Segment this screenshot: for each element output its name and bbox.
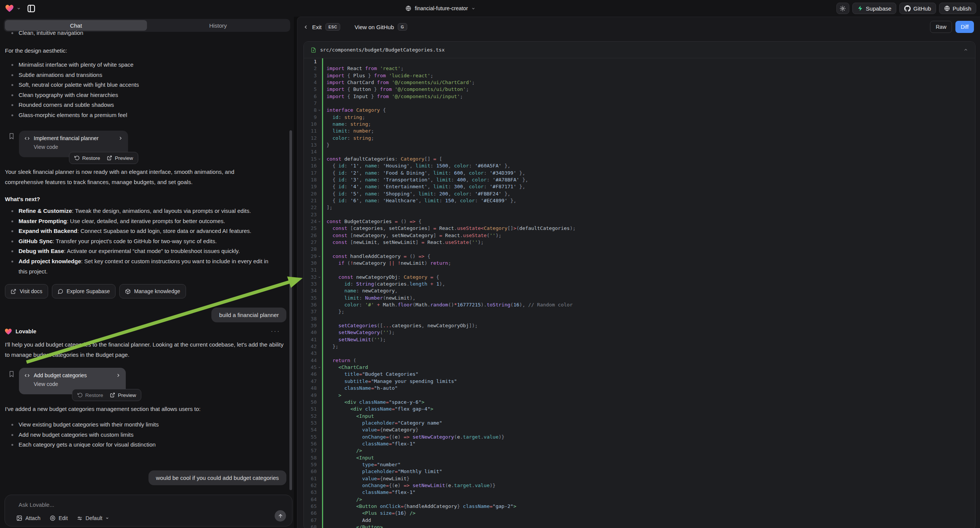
chevron-down-icon [105, 516, 109, 520]
code-icon [24, 136, 30, 141]
code-line: 55 onChange={(e) => setNewCategory(e.tar… [304, 434, 975, 441]
code-line: 5import { Button } from '@/components/ui… [304, 86, 975, 93]
model-selector[interactable]: Default [77, 515, 109, 521]
code-line: 66 <Plus size={16} /> [304, 510, 975, 517]
sliders-icon [77, 515, 83, 521]
gear-icon [840, 5, 846, 12]
code-line: 59 type="number" [304, 461, 975, 468]
code-line: 1 [304, 58, 975, 65]
fold-icon[interactable]: › [316, 366, 323, 369]
code-line: 47 subtitle="Manage your spending limits… [304, 378, 975, 385]
external-link-icon [11, 289, 16, 294]
lovable-avatar-heart-icon [5, 328, 12, 335]
send-button[interactable] [275, 510, 286, 522]
code-line: 21 { id: '6', name: 'Healthcare', limit:… [304, 197, 975, 204]
view-on-github-button[interactable]: View on GitHub [355, 24, 394, 30]
lovable-heart-logo[interactable] [5, 5, 14, 12]
file-path: src/components/budget/BudgetCategories.t… [320, 47, 959, 52]
code-line: 42 }; [304, 343, 975, 350]
project-name: financial-future-creator [415, 5, 468, 11]
fold-icon[interactable]: › [316, 255, 323, 258]
code-lines: 12import React from 'react';3import { Pl… [304, 58, 975, 528]
code-line: 43 [304, 350, 975, 357]
code-line: 62 onChange={(e) => setNewLimit(e.target… [304, 482, 975, 489]
code-line: 19 { id: '4', name: 'Entertainment', lim… [304, 183, 975, 190]
code-line: 40 setNewCategory(''); [304, 329, 975, 336]
g-key-badge: G [398, 23, 407, 31]
chevron-left-icon[interactable] [304, 25, 309, 30]
code-line: 34 name: newCategory, [304, 288, 975, 294]
supabase-button[interactable]: Supabase [852, 3, 897, 14]
chat-scrollbar[interactable] [290, 130, 292, 490]
code-line: 49 > [304, 392, 975, 399]
added-paragraph: I've added a new budget categories manag… [5, 404, 287, 414]
preview-button[interactable]: Preview [107, 155, 133, 161]
ready-paragraph: Your sleek financial planner is now read… [5, 167, 270, 187]
fold-icon[interactable]: › [316, 109, 323, 112]
code-line: 4import ChartCard from '@/components/ui/… [304, 79, 975, 86]
code-line: 14 [304, 148, 975, 155]
chat-panel: Chat History Clean, intuitive navigation… [0, 17, 294, 528]
version-card-title: Implement financial planner [34, 135, 115, 141]
restore-preview-pill: Restore Preview [69, 152, 138, 164]
edit-mode-button[interactable]: Edit [49, 515, 68, 521]
restore-button[interactable]: Restore [74, 155, 100, 161]
design-bullet-list: Minimalist interface with plenty of whit… [5, 60, 278, 121]
chat-input-box[interactable]: Ask Lovable... Attach Edit [5, 495, 293, 526]
help-paragraph: I'll help you add budget categories to t… [5, 339, 287, 360]
tab-history[interactable]: History [147, 20, 289, 31]
view-code-link[interactable]: View code [34, 144, 123, 150]
raw-toggle-button[interactable]: Raw [930, 21, 952, 33]
list-item: Rounded corners and subtle shadows [5, 100, 278, 110]
workspace-chevron-down-icon[interactable] [17, 6, 21, 11]
version-card-title: Add budget categories [34, 372, 112, 379]
code-line: 12 color: string; [304, 135, 975, 142]
chat-input-placeholder: Ask Lovable... [19, 501, 54, 508]
user-message-bubble: build a financial planner [212, 308, 286, 322]
diff-toggle-button[interactable]: Diff [955, 21, 974, 33]
explore-supabase-button[interactable]: Explore Supabase [52, 284, 116, 299]
more-options-icon[interactable]: ··· [271, 328, 280, 335]
list-item: Minimalist interface with plenty of whit… [5, 60, 278, 70]
code-line: 39 setCategories([...categories, newCate… [304, 322, 975, 329]
bookmark-icon[interactable] [8, 371, 15, 378]
list-item: Debug with Ease: Activate our experiment… [5, 246, 278, 256]
code-line: 11 limit: number; [304, 128, 975, 134]
code-line: 35 limit: Number(newLimit), [304, 295, 975, 302]
code-line: 56 className="flex-1" [304, 441, 975, 447]
code-icon [24, 373, 30, 378]
project-selector[interactable]: financial-future-creator [405, 0, 476, 17]
code-line: 30 if (!newCategory || !newLimit) return… [304, 260, 975, 267]
settings-button[interactable] [837, 3, 849, 14]
code-line: 24›const BudgetCategories = () => { [304, 218, 975, 225]
list-item: Subtle animations and transitions [5, 70, 278, 80]
code-line: 17 { id: '2', name: 'Food & Dining', lim… [304, 170, 975, 177]
attach-button[interactable]: Attach [16, 515, 41, 521]
fold-icon[interactable]: › [316, 276, 323, 279]
file-card-header[interactable]: src/components/budget/BudgetCategories.t… [304, 42, 975, 58]
chevron-right-icon [116, 373, 121, 378]
visit-docs-button[interactable]: Visit docs [5, 284, 48, 299]
fold-icon[interactable]: › [316, 220, 323, 223]
code-line: 68 </Button> [304, 524, 975, 528]
code-line: 67 Add [304, 517, 975, 524]
code-line: 37 }; [304, 308, 975, 315]
code-line: 20 { id: '5', name: 'Shopping', limit: 2… [304, 191, 975, 197]
fold-icon[interactable]: › [316, 158, 323, 161]
view-code-link[interactable]: View code [34, 381, 121, 387]
github-button[interactable]: GitHub [899, 3, 936, 14]
code-line: 8›interface Category { [304, 107, 975, 114]
sidebar-toggle-button[interactable] [27, 4, 36, 13]
manage-knowledge-button[interactable]: Manage knowledge [119, 284, 186, 299]
list-item: Each category gets a unique color for vi… [5, 440, 278, 450]
bookmark-icon[interactable] [8, 132, 15, 140]
message-circle-icon [57, 289, 63, 294]
publish-button[interactable]: Publish [939, 3, 976, 14]
restore-button[interactable]: Restore [77, 393, 103, 398]
preview-button[interactable]: Preview [110, 393, 136, 398]
exit-button[interactable]: Exit [312, 24, 321, 30]
project-chevron-down-icon [471, 6, 476, 11]
collapse-chevron-up-icon[interactable] [963, 47, 968, 52]
code-line: 58 <Input [304, 455, 975, 461]
code-line: 29› const handleAddCategory = () => { [304, 253, 975, 260]
